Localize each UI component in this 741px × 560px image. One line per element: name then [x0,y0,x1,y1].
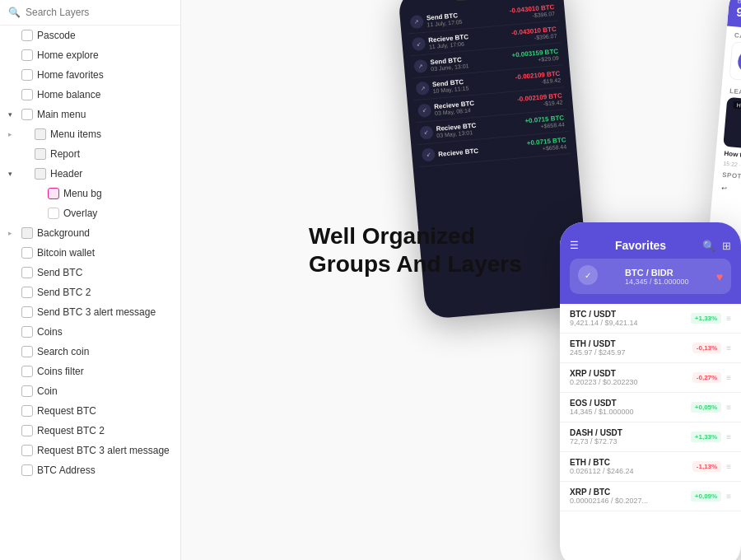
folder-icon [21,227,33,239]
tx-amount: -0.043010 BTC -$396.07 [509,3,555,21]
coin-list-item: BTC / USDT 9,421.14 / $9,421.14 +1,33% ≡ [560,304,741,334]
layer-label: Request BTC 3 alert message [37,445,170,456]
screen-icon [21,366,33,377]
favorites-header: ☰ Favorites 🔍 ⊞ ✓ BTC / BIDR 14,345 / $1… [560,222,741,304]
headline: Well Organized Groups And Layers [309,222,522,278]
layer-label: Main menu [37,109,86,120]
coin-pair: BTC / USDT [570,310,638,319]
folder-icon [35,148,46,160]
layer-label: Menu items [50,128,101,140]
coin-price: 0.026112 / $246.24 [570,467,634,475]
tx-icon: ↗ [413,59,427,73]
sidebar-item-passcode[interactable]: Pascode [0,26,180,45]
tx-info: Recieve BTC [438,147,479,157]
sidebar-item-menu-items[interactable]: ▸ Menu items [0,124,180,144]
search-bar[interactable]: 🔍 [0,0,180,26]
sidebar-item-background[interactable]: ▸ Background [0,223,180,243]
coin-list-item: DASH / USDT 72,73 / $72.73 +1,33% ≡ [560,422,741,452]
coin-price: 245.97 / $245.97 [570,348,626,357]
search-input[interactable] [26,7,172,18]
sidebar-item-main-menu[interactable]: ▾ Main menu [0,105,180,124]
sidebar-item-header[interactable]: ▾ Header [0,164,180,184]
coin-left: ETH / USDT 245.97 / $245.97 [570,339,626,357]
sidebar-item-search-coin[interactable]: Search coin [0,342,180,362]
how-to-badge: HOW TO [733,101,741,111]
change-badge: -0,27% [692,372,721,383]
sidebar-item-report[interactable]: Report [0,144,180,164]
layer-label: Background [37,227,90,239]
header-icons: 🔍 ⊞ [702,240,731,252]
layer-label: Menu bg [63,188,102,199]
btc-circle-icon: ✓ [578,265,598,285]
tx-info: Send BTC 11 July, 17:05 [426,12,463,28]
layer-label: BTC Address [37,464,96,476]
coin-right: +1,33% ≡ [691,313,731,324]
coin-right: -0,13% ≡ [692,343,731,353]
sidebar-item-request-btc[interactable]: Request BTC [0,401,180,421]
sidebar-item-coins-filter[interactable]: Coins filter [0,362,180,381]
sidebar-item-send-btc-2[interactable]: Send BTC 2 [0,282,180,302]
coin-price: 0.20223 / $0.202230 [570,378,638,386]
tx-left: ↗ Send BTC 11 July, 17:05 [410,12,463,29]
layer-label: Home favorites [37,69,104,81]
change-badge: +1,33% [691,432,721,442]
layer-label: Send BTC 3 alert message [37,306,156,318]
sidebar-item-home-balance[interactable]: Home balance [0,85,180,105]
sidebar-item-request-btc-2[interactable]: Request BTC 2 [0,421,180,441]
change-badge: -0,13% [692,343,721,353]
screen-icon [21,464,33,476]
coin-pair: XRP / BTC [570,488,648,497]
layer-label: Request BTC [37,405,96,417]
coin-list-item: ETH / USDT 245.97 / $245.97 -0,13% ≡ [560,334,741,363]
layer-list: Pascode Home explore Home favorites Home… [0,26,180,480]
sidebar-item-overlay[interactable]: Overlay [0,203,180,223]
tx-left: ↙ Recieve BTC 11 July, 17:06 [412,33,469,51]
tx-info: Recieve BTC 03 May, 13:01 [436,122,477,138]
coin-list-item: ETH / BTC 0.026112 / $246.24 -1,13% ≡ [560,452,741,482]
sidebar-item-btc-address[interactable]: BTC Address [0,460,180,480]
coin-price: 14,345 / $1.000000 [570,408,634,416]
coin-left: EOS / USDT 14,345 / $1.000000 [570,399,634,416]
layers-sidebar: 🔍 Pascode Home explore Home favorites Ho… [0,0,181,560]
sidebar-item-request-btc-3[interactable]: Request BTC 3 alert message [0,441,180,460]
coin-price: 9,421.14 / $9,421.14 [570,319,638,327]
sidebar-item-bitcoin-wallet[interactable]: Bitcoin wallet [0,243,180,263]
menu-lines-icon: ≡ [726,343,731,352]
coin-right: -0,27% ≡ [692,372,731,383]
coin-right: +0,09% ≡ [691,491,731,502]
screen-icon [21,30,33,41]
phone-notch [456,0,506,1]
tx-info: Recieve BTC 03 May, 08:14 [434,100,475,116]
center-text: Well Organized Groups And Layers [309,222,522,278]
sidebar-item-coin[interactable]: Coin [0,381,180,401]
coin-pair: XRP / USDT [570,369,638,378]
tx-amount: +0.003159 BTC +$29.09 [511,48,559,65]
coin-left: ETH / BTC 0.026112 / $246.24 [570,458,634,475]
layer-label: Send BTC 2 [37,287,91,298]
sidebar-item-home-explore[interactable]: Home explore [0,45,180,65]
menu-lines-icon: ≡ [726,373,731,382]
tx-icon: ↙ [422,147,436,161]
layer-label: Search coin [37,346,89,357]
featured-price: 14,345 / $1.000000 [625,278,689,286]
screen-icon [21,346,33,357]
coin-list: BTC / USDT 9,421.14 / $9,421.14 +1,33% ≡… [560,304,741,511]
layer-label: Coins [37,326,63,338]
sidebar-item-send-btc-3[interactable]: Send BTC 3 alert message [0,302,180,322]
sidebar-item-home-favorites[interactable]: Home favorites [0,65,180,85]
folder-icon [35,168,46,180]
sidebar-item-send-btc[interactable]: Send BTC [0,263,180,282]
tx-amount: -0.002109 BTC -$19.42 [515,70,562,87]
screen-icon [21,49,33,61]
coin-pair: DASH / USDT [570,428,622,437]
tx-icon: ↙ [417,104,431,118]
menu-lines-icon: ≡ [726,403,731,412]
chevron-icon: ▾ [8,110,16,119]
sidebar-item-coins[interactable]: Coins [0,322,180,342]
phone-center-mockup: ☰ Favorites 🔍 ⊞ ✓ BTC / BIDR 14,345 / $1… [560,222,741,560]
layer-label: Coins filter [37,366,84,377]
screen-icon [21,89,33,100]
chevron-icon: ▾ [8,170,16,178]
sidebar-item-menu-bg[interactable]: Menu bg [0,184,180,203]
tx-left: ↙ Recieve BTC 03 May, 08:14 [417,100,475,118]
